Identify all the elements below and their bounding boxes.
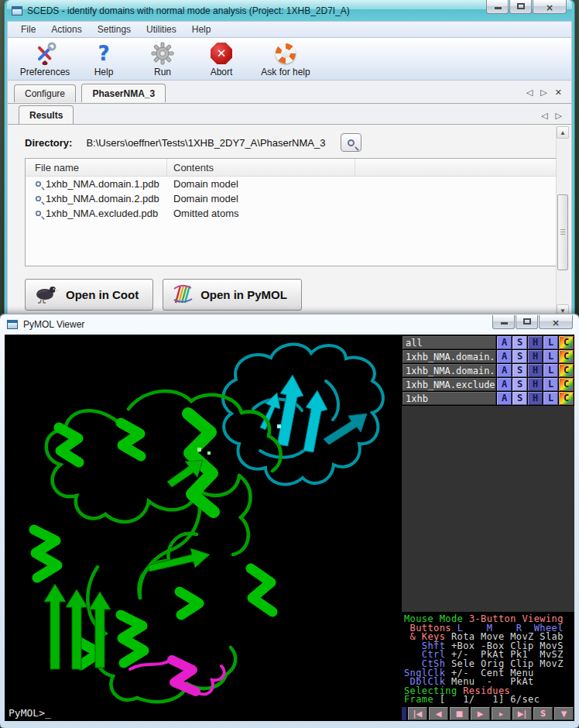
pymol-minimize-button[interactable] <box>492 315 515 329</box>
directory-value: B:\Users\oeffner\Tests\1XHB_2DY7_A\Phase… <box>86 137 325 149</box>
subtab-scroll-left-icon[interactable]: ◁ <box>541 111 547 121</box>
step-forward-button[interactable]: ▸ <box>492 707 511 720</box>
object-row: 1xhb_NMA.domain. A S H L C <box>403 350 574 363</box>
menu-dropdown-button[interactable]: ▼ <box>554 707 574 720</box>
object-name[interactable]: 1xhb_NMA.domain. <box>403 350 496 363</box>
color-c-button[interactable]: C <box>559 364 574 377</box>
label-l-button[interactable]: L <box>543 392 558 405</box>
pymol-window-title: PyMOL Viewer <box>23 319 84 330</box>
hide-h-button[interactable]: H <box>528 392 543 405</box>
pymol-command-prompt[interactable]: PyMOL>_ <box>9 707 51 719</box>
go-to-last-frame-button[interactable]: ▶| <box>512 707 532 720</box>
action-a-button[interactable]: A <box>497 364 512 377</box>
object-name[interactable]: 1xhb_NMA.domain. <box>403 364 496 377</box>
tab-results[interactable]: Results <box>19 105 74 124</box>
color-c-button[interactable]: C <box>559 350 574 363</box>
action-a-button[interactable]: A <box>497 378 512 391</box>
play-button[interactable]: ▶ <box>471 707 490 720</box>
gear-icon <box>151 41 174 66</box>
hide-h-button[interactable]: H <box>528 378 543 391</box>
maximize-icon <box>517 3 525 9</box>
column-file-name[interactable]: File name <box>26 159 167 176</box>
scrollbar-thumb[interactable] <box>557 194 568 270</box>
action-a-button[interactable]: A <box>497 336 512 349</box>
show-s-button[interactable]: S <box>512 392 527 405</box>
step-back-button[interactable]: ◀ <box>429 707 448 720</box>
tab-configure[interactable]: Configure <box>14 84 76 102</box>
pymol-app-icon <box>7 320 18 329</box>
selection-marker <box>197 448 201 452</box>
mouse-mode-panel: Mouse Mode 3-Button Viewing Buttons L M … <box>402 612 574 706</box>
tab-close-icon[interactable]: ✕ <box>555 88 562 98</box>
object-row: 1xhb_NMA.domain. A S H L C <box>403 364 574 377</box>
ask-for-help-button[interactable]: Ask for help <box>251 41 320 77</box>
color-c-button[interactable]: C <box>559 378 574 391</box>
menu-utilities[interactable]: Utilities <box>139 22 183 36</box>
tab-scroll-right-icon[interactable]: ▷ <box>540 88 546 98</box>
panel-spacer <box>402 406 574 612</box>
magnifier-icon <box>36 181 41 187</box>
show-s-button[interactable]: S <box>512 378 527 391</box>
action-a-button[interactable]: A <box>497 350 512 363</box>
sceds-window: SCEDS - identify domains with normal mod… <box>5 0 574 321</box>
object-name[interactable]: 1xhb_NMA.exclude <box>403 378 496 391</box>
pymol-maximize-button[interactable] <box>516 315 538 329</box>
abort-button[interactable]: ✕ Abort <box>192 41 251 77</box>
label-l-button[interactable]: L <box>543 350 558 363</box>
playback-notch <box>402 707 406 720</box>
scene-button[interactable]: S <box>533 707 553 720</box>
show-s-button[interactable]: S <box>512 336 527 349</box>
tab-scroll-left-icon[interactable]: ◁ <box>526 88 533 98</box>
table-row[interactable]: 1xhb_NMA.excluded.pdb Omitted atoms <box>26 206 556 221</box>
menu-help[interactable]: Help <box>185 22 218 36</box>
column-contents[interactable]: Contents <box>167 159 355 176</box>
menu-settings[interactable]: Settings <box>91 22 138 36</box>
pymol-close-button[interactable]: × <box>539 315 573 329</box>
menu-file[interactable]: File <box>14 22 43 36</box>
table-row[interactable]: 1xhb_NMA.domain.2.pdb Domain model <box>26 191 556 206</box>
label-l-button[interactable]: L <box>543 378 558 391</box>
close-button[interactable]: × <box>533 0 567 14</box>
show-s-button[interactable]: S <box>512 364 527 377</box>
selection-marker <box>207 452 211 455</box>
go-to-first-frame-button[interactable]: |◀ <box>408 707 427 720</box>
menu-bar: File Actions Settings Utilities Help <box>7 21 572 37</box>
table-header: File name Contents <box>26 159 556 177</box>
protein-structure <box>5 335 400 716</box>
run-button[interactable]: Run <box>133 41 192 77</box>
action-a-button[interactable]: A <box>497 392 512 405</box>
object-name[interactable]: all <box>403 336 496 349</box>
toolbar: Preferences ? Help <box>7 37 572 81</box>
results-scrollbar[interactable]: ▲ ▼ <box>556 126 569 317</box>
hide-h-button[interactable]: H <box>528 364 543 377</box>
maximize-button[interactable] <box>509 0 532 14</box>
menu-actions[interactable]: Actions <box>44 22 88 36</box>
minimize-button[interactable] <box>486 0 509 14</box>
color-c-button[interactable]: C <box>559 392 574 405</box>
magnifier-icon <box>36 196 41 201</box>
scroll-up-icon[interactable]: ▲ <box>557 126 569 139</box>
subtab-scroll-right-icon[interactable]: ▷ <box>556 111 562 121</box>
show-s-button[interactable]: S <box>512 350 527 363</box>
preferences-button[interactable]: Preferences <box>15 41 74 77</box>
lifebuoy-icon <box>276 41 296 66</box>
open-in-pymol-button[interactable]: Open in PyMOL <box>163 279 302 311</box>
label-l-button[interactable]: L <box>543 336 558 349</box>
frame-status-line[interactable]: Frame [ 1/ 1] 6/sec <box>404 695 574 705</box>
window-title: SCEDS - identify domains with normal mod… <box>27 5 350 16</box>
tools-icon <box>33 41 57 66</box>
minimize-icon <box>495 7 502 9</box>
hide-h-button[interactable]: H <box>528 336 543 349</box>
stop-button[interactable]: ■ <box>450 707 469 720</box>
pymol-3d-viewport[interactable]: PyMOL>_ <box>5 335 400 721</box>
color-c-button[interactable]: C <box>559 336 574 349</box>
open-in-coot-button[interactable]: Open in Coot <box>25 279 153 311</box>
browse-directory-button[interactable] <box>341 133 361 152</box>
object-name[interactable]: 1xhb <box>403 392 496 405</box>
label-l-button[interactable]: L <box>543 364 558 377</box>
help-button[interactable]: ? Help <box>74 41 133 77</box>
table-row[interactable]: 1xhb_NMA.domain.1.pdb Domain model <box>26 177 556 191</box>
directory-label: Directory: <box>25 137 72 149</box>
hide-h-button[interactable]: H <box>528 350 543 363</box>
tab-phasernma-3[interactable]: PhaserNMA_3 <box>81 84 166 102</box>
